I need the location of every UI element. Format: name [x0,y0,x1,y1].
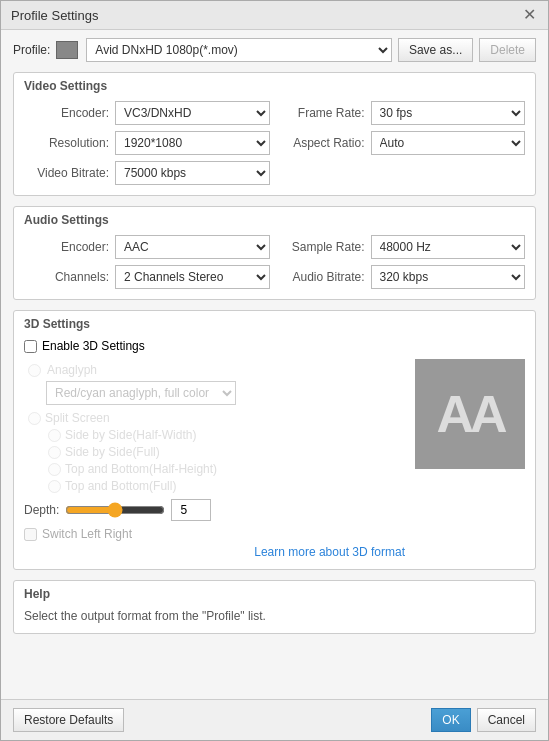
switch-lr-row: Switch Left Right [24,527,405,541]
sample-rate-label: Sample Rate: [280,240,365,254]
split-screen-row: Split Screen Side by Side(Half-Width) Si… [28,411,405,493]
split-screen-sub-options: Side by Side(Half-Width) Side by Side(Fu… [48,428,405,493]
anaglyph-radio[interactable] [28,364,41,377]
switch-lr-checkbox[interactable] [24,528,37,541]
encoder-row: Encoder: VC3/DNxHD [24,101,270,125]
preview-text: AA [436,384,503,444]
depth-slider[interactable] [65,502,165,518]
top-bottom-half-row: Top and Bottom(Half-Height) [48,462,405,476]
top-bottom-half-label: Top and Bottom(Half-Height) [65,462,217,476]
audio-bitrate-label: Audio Bitrate: [280,270,365,284]
depth-row: Depth: 5 [24,499,405,521]
dialog-content: Profile: Avid DNxHD 1080p(*.mov) Save as… [1,30,548,699]
3d-settings-title: 3D Settings [24,317,525,331]
video-settings-section: Video Settings Encoder: VC3/DNxHD Frame … [13,72,536,196]
audio-settings-section: Audio Settings Encoder: AAC Sample Rate:… [13,206,536,300]
footer: Restore Defaults OK Cancel [1,699,548,740]
footer-right-buttons: OK Cancel [431,708,536,732]
top-bottom-half-radio[interactable] [48,463,61,476]
save-as-button[interactable]: Save as... [398,38,473,62]
delete-button[interactable]: Delete [479,38,536,62]
sample-rate-row: Sample Rate: 48000 Hz [280,235,526,259]
frame-rate-label: Frame Rate: [280,106,365,120]
audio-bitrate-select[interactable]: 320 kbps [371,265,526,289]
title-bar: Profile Settings ✕ [1,1,548,30]
aspect-ratio-select[interactable]: Auto [371,131,526,155]
split-screen-radio[interactable] [28,412,41,425]
anaglyph-row: Anaglyph [28,363,405,377]
profile-select[interactable]: Avid DNxHD 1080p(*.mov) [86,38,392,62]
video-bitrate-row: Video Bitrate: 75000 kbps [24,161,270,185]
side-by-side-half-radio[interactable] [48,429,61,442]
close-button[interactable]: ✕ [521,7,538,23]
side-by-side-half-row: Side by Side(Half-Width) [48,428,405,442]
frame-rate-row: Frame Rate: 30 fps [280,101,526,125]
audio-settings-title: Audio Settings [24,213,525,227]
audio-encoder-label: Encoder: [24,240,109,254]
channels-row: Channels: 2 Channels Stereo [24,265,270,289]
encoder-select[interactable]: VC3/DNxHD [115,101,270,125]
restore-defaults-button[interactable]: Restore Defaults [13,708,124,732]
side-by-side-full-row: Side by Side(Full) [48,445,405,459]
help-section: Help Select the output format from the "… [13,580,536,634]
audio-encoder-row: Encoder: AAC [24,235,270,259]
depth-label: Depth: [24,503,59,517]
help-title: Help [24,587,525,601]
profile-label: Profile: [13,43,50,57]
help-text: Select the output format from the "Profi… [24,609,525,623]
depth-input[interactable]: 5 [171,499,211,521]
sample-rate-select[interactable]: 48000 Hz [371,235,526,259]
split-screen-label: Split Screen [45,411,110,425]
profile-select-wrapper: Avid DNxHD 1080p(*.mov) Save as... Delet… [56,38,536,62]
channels-select[interactable]: 2 Channels Stereo [115,265,270,289]
dialog-title: Profile Settings [11,8,98,23]
side-by-side-full-label: Side by Side(Full) [65,445,160,459]
side-by-side-half-label: Side by Side(Half-Width) [65,428,196,442]
video-settings-title: Video Settings [24,79,525,93]
3d-settings-section: 3D Settings Enable 3D Settings Anaglyph … [13,310,536,570]
resolution-label: Resolution: [24,136,109,150]
top-bottom-full-row: Top and Bottom(Full) [48,479,405,493]
video-bitrate-label: Video Bitrate: [24,166,109,180]
learn-more-link[interactable]: Learn more about 3D format [24,545,405,559]
channels-label: Channels: [24,270,109,284]
enable-3d-checkbox[interactable] [24,340,37,353]
resolution-select[interactable]: 1920*1080 [115,131,270,155]
anaglyph-select[interactable]: Red/cyan anaglyph, full color [46,381,236,405]
3d-layout: Anaglyph Red/cyan anaglyph, full color S… [24,359,525,559]
ok-button[interactable]: OK [431,708,470,732]
cancel-button[interactable]: Cancel [477,708,536,732]
profile-settings-dialog: Profile Settings ✕ Profile: Avid DNxHD 1… [0,0,549,741]
3d-left-panel: Anaglyph Red/cyan anaglyph, full color S… [24,359,405,559]
3d-preview: AA [415,359,525,469]
aspect-ratio-row: Aspect Ratio: Auto [280,131,526,155]
aspect-ratio-label: Aspect Ratio: [280,136,365,150]
frame-rate-select[interactable]: 30 fps [371,101,526,125]
switch-lr-label: Switch Left Right [42,527,132,541]
anaglyph-label: Anaglyph [47,363,97,377]
enable-3d-row: Enable 3D Settings [24,339,525,353]
split-screen-radio-row: Split Screen [28,411,405,425]
resolution-row: Resolution: 1920*1080 [24,131,270,155]
video-bitrate-select[interactable]: 75000 kbps [115,161,270,185]
audio-bitrate-row: Audio Bitrate: 320 kbps [280,265,526,289]
audio-settings-grid: Encoder: AAC Sample Rate: 48000 Hz Chann… [24,235,525,289]
side-by-side-full-radio[interactable] [48,446,61,459]
film-icon [56,41,78,59]
top-bottom-full-radio[interactable] [48,480,61,493]
video-settings-grid: Encoder: VC3/DNxHD Frame Rate: 30 fps Re… [24,101,525,185]
enable-3d-label: Enable 3D Settings [42,339,145,353]
top-bottom-full-label: Top and Bottom(Full) [65,479,176,493]
profile-row: Profile: Avid DNxHD 1080p(*.mov) Save as… [13,38,536,62]
encoder-label: Encoder: [24,106,109,120]
audio-encoder-select[interactable]: AAC [115,235,270,259]
